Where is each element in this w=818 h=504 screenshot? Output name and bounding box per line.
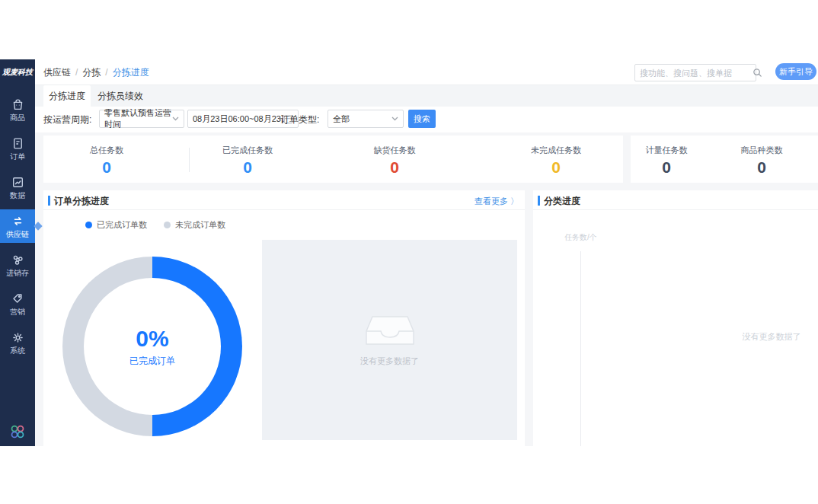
task-stats-card: 总任务数 0 已完成任务数 0 缺货任务数 0 未完成任务数 0: [43, 136, 623, 183]
sidebar-item-label: 系统: [10, 346, 25, 355]
inventory-icon: [11, 253, 25, 267]
sidebar-item-orders[interactable]: 订单: [0, 132, 35, 165]
stat-value: 0: [349, 158, 440, 177]
y-axis-line: [580, 251, 581, 446]
stat-value: 0: [202, 158, 293, 177]
stat-label: 总任务数: [61, 145, 152, 156]
tab-strip: 分拣进度 分拣员绩效: [35, 85, 818, 107]
panel-header: 分类进度: [533, 190, 818, 210]
legend-label: 已完成订单数: [97, 219, 147, 231]
stat-sku-count: 商品种类数 0: [716, 145, 807, 177]
apps-clover-icon[interactable]: [9, 423, 26, 440]
legend-label: 未完成订单数: [175, 219, 225, 231]
order-sorting-progress-panel: 订单分拣进度 查看更多 〉 已完成订单数 未完成订单数 0%: [43, 190, 525, 446]
stat-value: 0: [510, 158, 602, 177]
bag-icon: [11, 97, 25, 112]
data-icon: [11, 175, 25, 190]
tab-sorting-progress[interactable]: 分拣进度: [43, 85, 91, 107]
panel-header: 订单分拣进度 查看更多 〉: [43, 190, 525, 210]
order-type-filter-label: 订单类型:: [280, 113, 319, 126]
sidebar-item-label: 订单: [10, 152, 25, 161]
stat-value: 0: [621, 158, 712, 177]
stat-value: 0: [716, 158, 807, 177]
legend-completed-orders[interactable]: 已完成订单数: [85, 219, 147, 231]
stat-completed-tasks: 已完成任务数 0: [202, 145, 293, 177]
category-progress-panel: 分类进度 任务数/个 没有更多数据了: [533, 190, 818, 446]
screenshot-canvas: 观麦科技 商品 订单: [0, 0, 818, 504]
title-accent-bar: [538, 196, 540, 206]
breadcrumb-current-page: 分拣进度: [113, 66, 149, 79]
stat-label: 计量任务数: [621, 145, 712, 156]
empty-state-text: 没有更多数据了: [360, 356, 419, 367]
sidebar-item-system[interactable]: 系统: [0, 326, 35, 359]
empty-state: 没有更多数据了: [262, 240, 517, 440]
sidebar-item-label: 进销存: [6, 269, 29, 277]
stat-value: 0: [61, 158, 152, 177]
sidebar-item-label: 营销: [10, 308, 25, 316]
sidebar: 观麦科技 商品 订单: [0, 59, 35, 446]
sidebar-item-label: 数据: [10, 191, 25, 199]
donut-chart-wrap: 0% 已完成订单: [62, 257, 242, 436]
view-more-link[interactable]: 查看更多 〉: [475, 196, 519, 207]
panel-title: 分类进度: [544, 195, 580, 208]
stat-label: 已完成任务数: [202, 145, 293, 156]
legend-dot: [164, 222, 171, 228]
tab-sorter-performance[interactable]: 分拣员绩效: [94, 85, 147, 107]
stat-unfinished-tasks: 未完成任务数 0: [510, 145, 602, 177]
tag-icon: [11, 292, 25, 306]
sidebar-item-inventory[interactable]: 进销存: [0, 248, 35, 282]
sidebar-item-goods[interactable]: 商品: [0, 93, 35, 126]
search-button[interactable]: 搜索: [408, 110, 436, 128]
chevron-down-icon: [172, 116, 179, 121]
empty-state-text: 没有更多数据了: [722, 331, 818, 343]
sidebar-item-label: 供应链: [6, 230, 29, 238]
legend-unfinished-orders[interactable]: 未完成订单数: [164, 219, 225, 231]
donut-caption: 已完成订单: [129, 355, 175, 368]
breadcrumb-separator: /: [105, 67, 107, 78]
panel-title: 订单分拣进度: [54, 195, 109, 208]
breadcrumb: 供应链 / 分拣 / 分拣进度: [43, 59, 149, 85]
legend-dot: [85, 222, 92, 228]
brand-logo: 观麦科技: [0, 59, 35, 85]
breadcrumb-sorting[interactable]: 分拣: [82, 66, 101, 79]
order-type-select-value: 全部: [333, 113, 350, 125]
period-filter-label: 按运营周期:: [43, 113, 91, 126]
empty-inbox-icon: [365, 313, 415, 348]
sidebar-item-marketing[interactable]: 营销: [0, 287, 35, 321]
donut-percent: 0%: [136, 326, 168, 352]
search-input[interactable]: [635, 69, 752, 78]
donut-legend: 已完成订单数 未完成订单数: [85, 219, 225, 231]
supply-chain-icon: [11, 214, 25, 228]
top-bar: 供应链 / 分拣 / 分拣进度 新手引导: [35, 59, 818, 85]
date-range-value: 08月23日06:00~08月23日12:00(: [193, 113, 283, 125]
stat-divider: [189, 148, 190, 172]
beginner-guide-button[interactable]: 新手引导: [775, 63, 816, 80]
period-select-value: 零售默认预售运营时间: [104, 107, 172, 130]
sidebar-item-supply-chain[interactable]: 供应链: [0, 209, 35, 243]
stat-stockout-tasks: 缺货任务数 0: [349, 145, 440, 177]
gear-icon: [11, 330, 25, 345]
filter-bar: 按运营周期: 零售默认预售运营时间 08月23日06:00~08月23日12:0…: [35, 107, 818, 132]
sidebar-item-data[interactable]: 数据: [0, 171, 35, 204]
order-type-select[interactable]: 全部: [328, 110, 404, 128]
order-icon: [11, 136, 25, 151]
sidebar-item-label: 商品: [10, 113, 25, 122]
stat-label: 缺货任务数: [349, 145, 440, 156]
global-search: [634, 64, 756, 81]
search-icon[interactable]: [752, 68, 762, 78]
chevron-down-icon: [391, 116, 398, 121]
stat-label: 商品种类数: [716, 145, 807, 156]
y-axis-label: 任务数/个: [564, 232, 597, 243]
stat-label: 未完成任务数: [510, 145, 602, 156]
app-window: 观麦科技 商品 订单: [0, 59, 818, 446]
period-select[interactable]: 零售默认预售运营时间: [99, 110, 184, 128]
measure-stats-card: 计量任务数 0 商品种类数 0: [631, 136, 818, 183]
stat-total-tasks: 总任务数 0: [61, 145, 152, 177]
chevron-right-icon: 〉: [510, 196, 519, 206]
breadcrumb-supply-chain[interactable]: 供应链: [43, 66, 71, 79]
title-accent-bar: [48, 196, 50, 206]
donut-center: 0% 已完成订单: [62, 257, 242, 436]
breadcrumb-separator: /: [75, 67, 78, 78]
stat-weighing-tasks: 计量任务数 0: [621, 145, 712, 177]
